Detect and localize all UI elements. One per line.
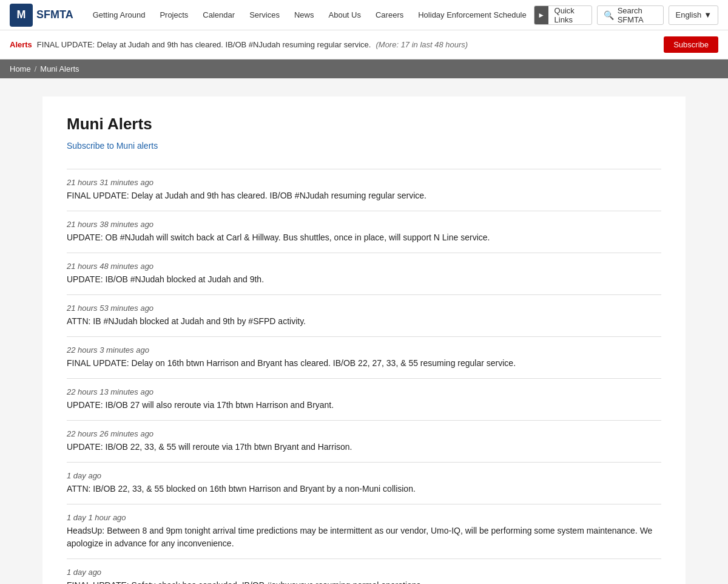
alert-time: 1 day ago [67, 471, 661, 480]
alert-time: 22 hours 26 minutes ago [67, 429, 661, 438]
alert-bar: Alerts FINAL UPDATE: Delay at Judah and … [0, 30, 728, 59]
alert-time: 21 hours 48 minutes ago [67, 262, 661, 271]
logo-text: SFMTA [36, 8, 73, 21]
language-label: English [675, 10, 701, 19]
alert-message: HeadsUp: Between 8 and 9pm tonight arriv… [67, 525, 661, 550]
alert-entry: 21 hours 38 minutes agoUPDATE: OB #NJuda… [67, 211, 661, 253]
alert-entry: 22 hours 13 minutes agoUPDATE: IB/OB 27 … [67, 378, 661, 420]
alert-message: ATTN: IB/OB 22, 33, & 55 blocked on 16th… [67, 483, 661, 495]
nav-services[interactable]: Services [242, 0, 287, 30]
quick-links-button[interactable]: ► Quick Links [534, 5, 592, 25]
breadcrumb-separator: / [35, 64, 37, 73]
nav-getting-around[interactable]: Getting Around [86, 0, 153, 30]
logo-link[interactable]: M SFMTA [10, 4, 73, 27]
alert-message: FINAL UPDATE: Delay at Judah and 9th has… [67, 189, 661, 202]
nav-calendar[interactable]: Calendar [195, 0, 242, 30]
alert-entry: 1 day 1 hour agoHeadsUp: Between 8 and 9… [67, 504, 661, 559]
alert-entry: 21 hours 31 minutes agoFINAL UPDATE: Del… [67, 169, 661, 211]
main-nav: Getting Around Projects Calendar Service… [86, 0, 534, 30]
alert-bar-more[interactable]: (More: 17 in last 48 hours) [376, 40, 468, 49]
search-label[interactable]: Search SFMTA [618, 6, 658, 24]
alerts-list: 21 hours 31 minutes agoFINAL UPDATE: Del… [67, 169, 661, 584]
alert-time: 22 hours 13 minutes ago [67, 387, 661, 396]
alert-message: ATTN: IB #NJudah blocked at Judah and 9t… [67, 315, 661, 328]
main-content: Muni Alerts Subscribe to Muni alerts 21 … [42, 97, 686, 584]
nav-about-us[interactable]: About Us [322, 0, 368, 30]
alert-entry: 21 hours 53 minutes agoATTN: IB #NJudah … [67, 294, 661, 336]
alert-message: UPDATE: OB #NJudah will switch back at C… [67, 231, 661, 244]
nav-news[interactable]: News [287, 0, 322, 30]
header-right: ► Quick Links 🔍 Search SFMTA English ▼ [534, 5, 718, 25]
breadcrumb-home[interactable]: Home [10, 64, 31, 73]
breadcrumb-current: Muni Alerts [40, 64, 79, 73]
breadcrumb: Home / Muni Alerts [0, 59, 728, 78]
alert-time: 1 day 1 hour ago [67, 513, 661, 522]
alert-bar-label: Alerts [10, 40, 32, 49]
alert-entry: 1 day agoATTN: IB/OB 22, 33, & 55 blocke… [67, 462, 661, 504]
nav-projects[interactable]: Projects [152, 0, 195, 30]
language-button[interactable]: English ▼ [669, 5, 718, 25]
alert-entry: 22 hours 3 minutes agoFINAL UPDATE: Dela… [67, 336, 661, 378]
search-button[interactable]: 🔍 Search SFMTA [597, 5, 664, 25]
alert-time: 1 day ago [67, 568, 661, 577]
chevron-down-icon: ▼ [704, 10, 712, 19]
quick-links-arrow-icon[interactable]: ► [534, 5, 548, 25]
alert-bar-text: FINAL UPDATE: Delay at Judah and 9th has… [37, 40, 371, 49]
header: M SFMTA Getting Around Projects Calendar… [0, 0, 728, 30]
alert-time: 22 hours 3 minutes ago [67, 345, 661, 355]
nav-careers[interactable]: Careers [368, 0, 411, 30]
alert-time: 21 hours 31 minutes ago [67, 178, 661, 187]
page-title: Muni Alerts [67, 115, 661, 134]
alert-time: 21 hours 53 minutes ago [67, 304, 661, 313]
alert-message: UPDATE: IB/OB 27 will also reroute via 1… [67, 399, 661, 412]
logo-icon: M [10, 4, 33, 27]
nav-holiday[interactable]: Holiday Enforcement Schedule [411, 0, 534, 30]
search-icon: 🔍 [604, 10, 614, 20]
alert-message: UPDATE: IB/OB 22, 33, & 55 will reroute … [67, 441, 661, 453]
alert-message: UPDATE: IB/OB #NJudah blocked at Judah a… [67, 273, 661, 286]
quick-links-label[interactable]: Quick Links [548, 6, 592, 24]
alert-message: FINAL UPDATE: Safety check has concluded… [67, 579, 661, 584]
subscribe-button[interactable]: Subscribe [664, 36, 718, 53]
alert-entry: 21 hours 48 minutes agoUPDATE: IB/OB #NJ… [67, 253, 661, 294]
subscribe-muni-alerts-link[interactable]: Subscribe to Muni alerts [67, 141, 158, 151]
alert-entry: 1 day agoFINAL UPDATE: Safety check has … [67, 559, 661, 584]
alert-entry: 22 hours 26 minutes agoUPDATE: IB/OB 22,… [67, 420, 661, 462]
alert-message: FINAL UPDATE: Delay on 16th btwn Harriso… [67, 357, 661, 370]
alert-bar-right: Subscribe [664, 36, 718, 53]
alert-time: 21 hours 38 minutes ago [67, 220, 661, 229]
